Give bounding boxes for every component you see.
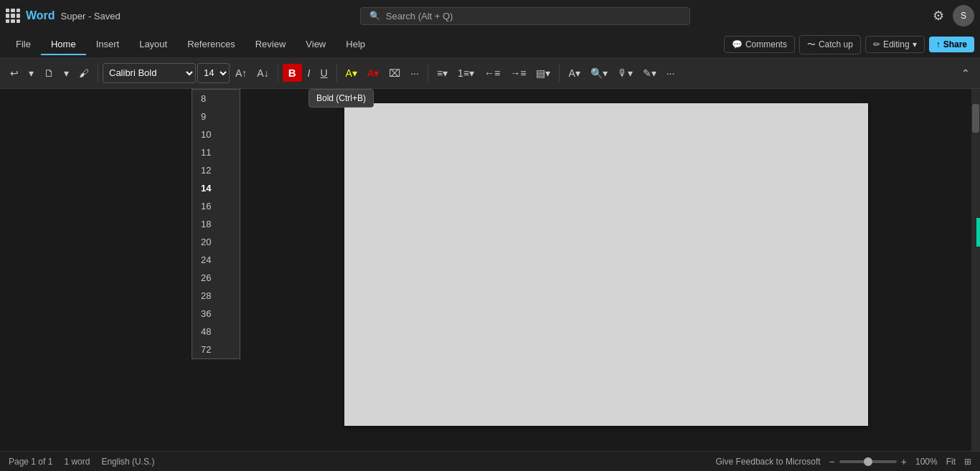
tab-references[interactable]: References	[177, 34, 245, 55]
more-text-options[interactable]: ···	[406, 65, 423, 82]
tab-review[interactable]: Review	[245, 34, 296, 55]
editing-button[interactable]: ✏ Editing ▾	[865, 36, 925, 53]
tab-view[interactable]: View	[296, 34, 336, 55]
comments-button[interactable]: 💬 Comments	[724, 36, 795, 53]
undo-dropdown[interactable]: ▾	[24, 65, 38, 82]
tab-file[interactable]: File	[6, 34, 41, 55]
font-size-item-26[interactable]: 26	[192, 269, 240, 287]
editor-button[interactable]: ✎▾	[639, 65, 661, 82]
scrollbar-highlight	[976, 218, 980, 247]
settings-icon[interactable]: ⚙	[930, 5, 947, 27]
editing-icon: ✏	[873, 39, 880, 49]
search-placeholder: Search (Alt + Q)	[386, 11, 453, 22]
zoom-slider[interactable]	[839, 460, 897, 463]
scrollbar-right[interactable]	[971, 89, 980, 451]
title-right: ⚙ S	[930, 5, 974, 27]
font-decrease-button[interactable]: A↓	[253, 65, 273, 82]
ribbon-tabs: File Home Insert Layout References Revie…	[0, 32, 980, 57]
font-size-item-24[interactable]: 24	[192, 251, 240, 269]
font-size-item-10[interactable]: 10	[192, 125, 240, 143]
tab-help[interactable]: Help	[336, 34, 375, 55]
waffle-icon[interactable]	[6, 9, 20, 23]
italic-label: I	[308, 67, 311, 79]
increase-indent-button[interactable]: →≡	[506, 65, 530, 82]
alignment-button[interactable]: ▤▾	[532, 65, 555, 82]
word-count: 1 word	[64, 457, 90, 467]
tab-insert[interactable]: Insert	[86, 34, 130, 55]
style-button[interactable]: A▾	[564, 65, 584, 82]
collapse-ribbon-button[interactable]: ⌃	[957, 65, 974, 82]
font-size-item-8[interactable]: 8	[192, 90, 240, 108]
share-icon: ↑	[936, 39, 941, 49]
feedback-label[interactable]: Give Feedback to Microsoft	[716, 457, 821, 467]
font-size-item-18[interactable]: 18	[192, 215, 240, 233]
zoom-in-button[interactable]: +	[901, 456, 907, 467]
scrollbar-thumb[interactable]	[972, 104, 979, 133]
font-size-item-72[interactable]: 72	[192, 341, 240, 358]
font-size-item-20[interactable]: 20	[192, 233, 240, 251]
font-color-button[interactable]: A▾	[363, 65, 383, 82]
font-size-item-12[interactable]: 12	[192, 161, 240, 179]
decrease-indent-button[interactable]: ←≡	[480, 65, 504, 82]
app-name: Word	[26, 9, 55, 22]
font-size-item-28[interactable]: 28	[192, 287, 240, 305]
font-size-item-9[interactable]: 9	[192, 108, 240, 125]
chevron-down-icon: ▾	[913, 39, 917, 49]
font-size-select[interactable]: 14	[197, 63, 230, 83]
search-bar[interactable]: 🔍 Search (Alt + Q)	[360, 7, 690, 25]
document-page[interactable]	[344, 103, 868, 426]
zoom-out-button[interactable]: −	[829, 456, 835, 467]
undo-button[interactable]: ↩	[6, 65, 23, 82]
bullets-button[interactable]: ≡▾	[433, 65, 452, 82]
font-size-item-36[interactable]: 36	[192, 305, 240, 323]
voice-button[interactable]: 🎙▾	[613, 65, 637, 82]
catchup-button[interactable]: 〜 Catch up	[799, 35, 861, 54]
redo-dropdown[interactable]: ▾	[60, 65, 73, 82]
highlight-button[interactable]: A▾	[341, 65, 362, 82]
font-size-item-14[interactable]: 14	[192, 179, 240, 197]
bold-button[interactable]: B	[283, 64, 302, 82]
italic-button[interactable]: I	[303, 65, 315, 82]
doc-area	[240, 89, 971, 451]
font-family-select[interactable]: Calibri Bold	[103, 63, 196, 83]
clear-formatting-button[interactable]: ⌧	[385, 65, 405, 82]
main-area: 8 9 10 11 12 14 16 18 20 24 26 28 36 48 …	[0, 89, 980, 451]
page-info: Page 1 of 1	[9, 457, 52, 467]
separator-1	[98, 65, 98, 82]
tab-layout[interactable]: Layout	[129, 34, 177, 55]
underline-label: U	[320, 67, 327, 79]
profile-avatar[interactable]: S	[953, 5, 974, 27]
zoom-controls: − +	[829, 456, 907, 467]
status-bar-right: Give Feedback to Microsoft − + 100% Fit …	[716, 456, 971, 467]
format-painter-button[interactable]: 🖌	[75, 65, 93, 82]
fit-label[interactable]: Fit	[946, 457, 956, 467]
zoom-thumb	[864, 457, 872, 466]
layout-icon[interactable]: ⊞	[964, 457, 971, 467]
find-button[interactable]: 🔍▾	[586, 65, 612, 82]
doc-title: Super - Saved	[61, 11, 121, 22]
bold-label: B	[288, 67, 296, 79]
font-size-dropdown[interactable]: 8 9 10 11 12 14 16 18 20 24 26 28 36 48 …	[192, 89, 240, 359]
font-size-item-16[interactable]: 16	[192, 197, 240, 215]
search-icon: 🔍	[369, 11, 380, 21]
separator-2	[278, 65, 278, 82]
numbered-list-button[interactable]: 1≡▾	[453, 65, 479, 82]
separator-5	[559, 65, 560, 82]
font-size-item-11[interactable]: 11	[192, 143, 240, 161]
redo-button[interactable]: 🗋	[39, 65, 58, 82]
title-bar: Word Super - Saved 🔍 Search (Alt + Q) ⚙ …	[0, 0, 980, 32]
catchup-icon: 〜	[807, 39, 816, 51]
font-increase-button[interactable]: A↑	[231, 65, 251, 82]
share-button[interactable]: ↑ Share	[929, 37, 974, 52]
font-size-item-48[interactable]: 48	[192, 323, 240, 341]
separator-3	[336, 65, 337, 82]
tab-home[interactable]: Home	[41, 34, 86, 55]
status-bar: Page 1 of 1 1 word English (U.S.) Give F…	[0, 451, 980, 471]
toolbar-overflow-button[interactable]: ···	[662, 65, 679, 82]
ribbon-right-actions: 💬 Comments 〜 Catch up ✏ Editing ▾ ↑ Shar…	[724, 35, 974, 54]
language: English (U.S.)	[101, 457, 154, 467]
title-left: Word Super - Saved	[6, 9, 121, 23]
zoom-percent: 100%	[915, 457, 938, 467]
underline-button[interactable]: U	[316, 65, 331, 82]
comments-icon: 💬	[732, 39, 743, 49]
